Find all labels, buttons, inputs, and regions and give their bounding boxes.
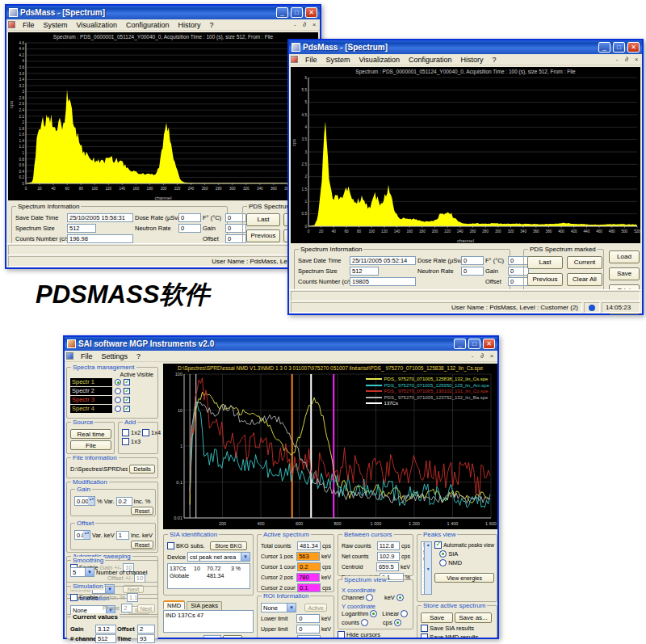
menu-help[interactable]: ? — [488, 56, 500, 64]
tab-nmd[interactable]: NMD — [163, 600, 185, 609]
peaks-scrollbar[interactable]: ▲▼ — [424, 542, 431, 594]
spectrum-active-radio[interactable] — [115, 379, 121, 385]
spectrum-active-radio[interactable] — [115, 388, 121, 394]
spectrum-row: Spectr 2 — [70, 387, 155, 395]
gain-reset-button[interactable]: Reset — [131, 507, 153, 515]
load-button[interactable]: Load — [609, 250, 640, 263]
menu-file[interactable]: File — [301, 56, 321, 64]
peaks-view-group: Peaks view 54Mn57Co60Co123I129I131I133Ba… — [417, 534, 497, 602]
hide-cursors-checkbox[interactable] — [338, 631, 345, 638]
nmd-radio[interactable] — [439, 559, 447, 566]
menu-configuration[interactable]: Configuration — [122, 21, 174, 29]
gain-inc-value[interactable]: 0.2 — [116, 497, 132, 506]
menu-system[interactable]: System — [322, 56, 354, 64]
add-1x3-checkbox[interactable] — [122, 438, 129, 445]
spectrum-active-radio[interactable] — [115, 406, 121, 412]
counts-number-value[interactable]: 19805 — [350, 277, 416, 286]
details-button[interactable]: Details — [129, 465, 155, 474]
menu-configuration[interactable]: Configuration — [405, 56, 456, 64]
mdi-controls[interactable]: -∂× — [291, 21, 318, 28]
roi-select[interactable]: None — [261, 603, 296, 612]
offset-reset-button[interactable]: Reset — [131, 541, 153, 549]
minimize-button[interactable]: _ — [454, 339, 466, 349]
menu-history[interactable]: History — [456, 56, 487, 64]
clear-all-button[interactable]: Clear All — [567, 273, 602, 286]
offset-inc-value[interactable]: 1 — [116, 531, 129, 540]
menu-help[interactable]: ? — [205, 21, 217, 29]
save-spectrum-button[interactable]: Save — [421, 612, 453, 623]
menu-visualization[interactable]: Visualization — [355, 56, 404, 64]
minimize-button[interactable]: _ — [276, 7, 288, 18]
device-select[interactable]: csi peak net area — [187, 552, 250, 562]
offset-spinner[interactable]: 0.00 — [74, 530, 90, 540]
spectrum-visible-checkbox[interactable] — [124, 388, 130, 394]
titlebar[interactable]: PdsMass - [Spectrum] _ □ ✕ — [289, 40, 642, 54]
menu-file[interactable]: File — [77, 352, 97, 360]
titlebar[interactable]: SAI software MGP Instruments v2.0 _ □ ✕ — [65, 337, 497, 351]
last-button[interactable]: Last — [246, 213, 280, 226]
save-sia-results-checkbox[interactable] — [421, 625, 428, 632]
svg-text:2.8: 2.8 — [19, 96, 25, 100]
save-button[interactable]: Save — [609, 267, 640, 280]
counts-number-value[interactable]: 196.98 — [67, 234, 133, 243]
spectrum-visible-checkbox[interactable] — [124, 397, 130, 403]
dose-rate-value[interactable]: 0 — [178, 213, 201, 222]
gain-shift-value[interactable]: -4.32 — [203, 635, 221, 638]
spectrum-size-value[interactable]: 512 — [350, 267, 379, 276]
titlebar[interactable]: PdsMass - [Spectrum] _ □ ✕ — [6, 6, 320, 19]
menu-history[interactable]: History — [174, 21, 204, 29]
sia-radio[interactable] — [439, 550, 447, 558]
file-button[interactable]: File — [70, 440, 111, 450]
window-title: SAI software MGP Instruments v2.0 — [78, 339, 451, 348]
neutron-rate-value[interactable]: 0 — [178, 224, 201, 233]
dose-rate-value[interactable]: 0 — [461, 256, 484, 265]
y-log-radio[interactable] — [370, 610, 377, 617]
auto-peaks-checkbox[interactable] — [434, 541, 442, 549]
x-channel-radio[interactable] — [366, 594, 373, 601]
bkg-subs-checkbox[interactable] — [167, 542, 174, 549]
add-1x4-checkbox[interactable] — [142, 429, 149, 436]
maximize-button[interactable]: □ — [613, 42, 625, 53]
current-button[interactable]: Current — [567, 256, 602, 269]
last-button[interactable]: Last — [527, 256, 563, 269]
save-date-value[interactable]: 25/11/2005 05:52:14 — [350, 256, 416, 265]
menu-help[interactable]: ? — [132, 352, 145, 360]
y-linear-radio[interactable] — [401, 610, 408, 617]
gain-spinner[interactable]: 0.00 — [74, 496, 95, 506]
minimize-button[interactable]: _ — [598, 42, 610, 53]
menu-visualization[interactable]: Visualization — [73, 21, 121, 29]
save-date-value[interactable]: 25/10/2005 15:58:31 — [67, 213, 133, 222]
spectrum-visible-checkbox[interactable] — [124, 406, 130, 412]
sia-results-list[interactable]: 137Cs1070.723 %Globale481.34 — [167, 563, 250, 589]
mdi-controls[interactable]: -∂× — [468, 352, 496, 360]
y-counts-radio[interactable] — [361, 619, 368, 626]
mdi-controls[interactable]: -∂× — [613, 56, 640, 63]
menu-system[interactable]: System — [40, 21, 72, 29]
maximize-button[interactable]: □ — [291, 7, 303, 18]
maximize-button[interactable]: □ — [468, 339, 480, 349]
menu-file[interactable]: File — [19, 21, 39, 29]
close-button[interactable]: ✕ — [305, 7, 317, 18]
save-nmd-results-checkbox[interactable] — [421, 633, 428, 638]
real-time-button[interactable]: Real time — [70, 429, 111, 439]
simulation-enable-checkbox[interactable] — [70, 594, 78, 601]
spectrum-visible-checkbox[interactable] — [124, 379, 130, 385]
previous-button[interactable]: Previous — [527, 273, 563, 286]
menu-settings[interactable]: Settings — [98, 352, 132, 360]
peaks-listbox[interactable]: 54Mn57Co60Co123I129I131I133Ba137Cs152Eu2… — [421, 541, 432, 595]
store-bkg-button[interactable]: Store BKG — [210, 541, 247, 550]
y-cps-radio[interactable] — [394, 619, 401, 626]
smoothing-select[interactable]: 5 — [70, 567, 94, 577]
use-button[interactable]: Use — [223, 635, 242, 638]
spectrum-size-value[interactable]: 512 — [67, 224, 96, 233]
neutron-rate-value[interactable]: 0 — [461, 267, 484, 276]
save-as-button[interactable]: Save as... — [455, 612, 492, 623]
view-energies-button[interactable]: View energies — [434, 573, 494, 583]
tab-sia-peaks[interactable]: SIA peaks — [187, 601, 222, 610]
x-kev-radio[interactable] — [396, 594, 404, 601]
spectrum-active-radio[interactable] — [115, 397, 121, 403]
add-1x2-checkbox[interactable] — [122, 429, 129, 436]
previous-button[interactable]: Previous — [246, 229, 280, 242]
close-button[interactable]: ✕ — [627, 42, 640, 53]
close-button[interactable]: ✕ — [483, 339, 495, 349]
